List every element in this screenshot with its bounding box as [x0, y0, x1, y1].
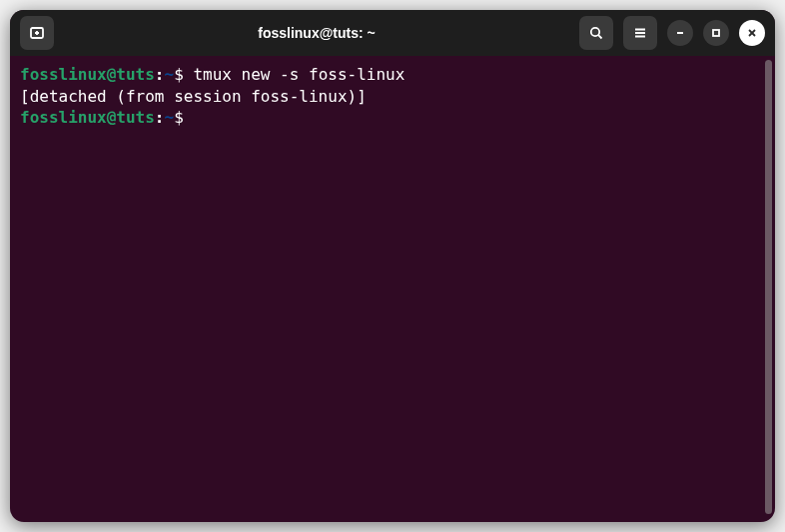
scrollbar[interactable] — [765, 60, 772, 514]
search-button[interactable] — [579, 16, 613, 50]
command-text: tmux new -s foss-linux — [193, 65, 404, 84]
search-icon — [588, 25, 604, 41]
minimize-button[interactable] — [667, 20, 693, 46]
terminal-window: fosslinux@tuts: ~ — [10, 10, 775, 522]
menu-button[interactable] — [623, 16, 657, 50]
prompt-user: fosslinux@tuts — [20, 108, 155, 127]
close-icon — [745, 26, 759, 40]
window-title: fosslinux@tuts: ~ — [62, 25, 571, 41]
minimize-icon — [673, 26, 687, 40]
prompt-user: fosslinux@tuts — [20, 65, 155, 84]
prompt-path: ~ — [165, 65, 175, 84]
maximize-icon — [709, 26, 723, 40]
prompt-symbol: $ — [174, 108, 193, 127]
terminal-line: [detached (from session foss-linux)] — [20, 86, 765, 108]
svg-point-3 — [591, 28, 599, 36]
prompt-colon: : — [155, 108, 165, 127]
new-tab-icon — [29, 25, 45, 41]
titlebar: fosslinux@tuts: ~ — [10, 10, 775, 56]
prompt-colon: : — [155, 65, 165, 84]
new-tab-button[interactable] — [20, 16, 54, 50]
maximize-button[interactable] — [703, 20, 729, 46]
menu-icon — [632, 25, 648, 41]
prompt-symbol: $ — [174, 65, 193, 84]
terminal-line: fosslinux@tuts:~$ tmux new -s foss-linux — [20, 64, 765, 86]
titlebar-left — [20, 16, 54, 50]
svg-rect-9 — [713, 30, 719, 36]
prompt-path: ~ — [165, 108, 175, 127]
terminal-line: fosslinux@tuts:~$ — [20, 107, 765, 129]
titlebar-right — [579, 16, 765, 50]
output-text: [detached (from session foss-linux)] — [20, 87, 367, 106]
svg-line-4 — [598, 35, 601, 38]
terminal-body[interactable]: fosslinux@tuts:~$ tmux new -s foss-linux… — [10, 56, 775, 522]
close-button[interactable] — [739, 20, 765, 46]
